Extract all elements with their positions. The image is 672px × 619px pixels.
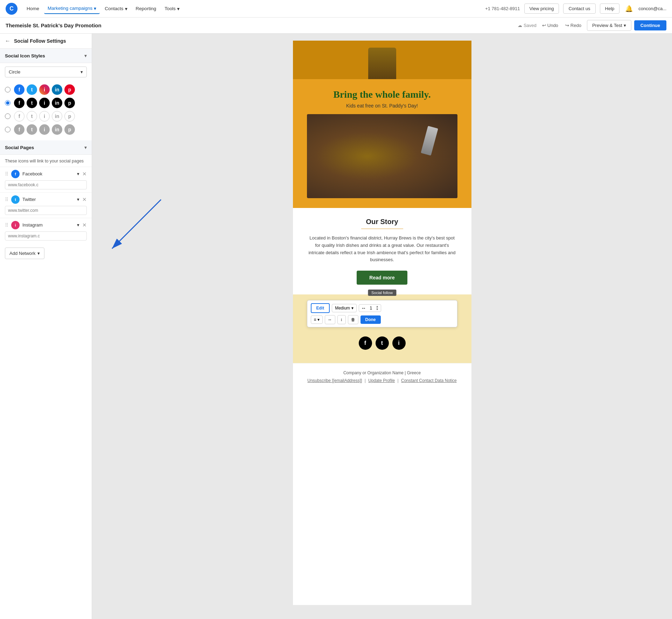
continue-button[interactable]: Continue: [634, 20, 666, 30]
icon-style-row-outline: f t i in p: [5, 111, 87, 121]
twitter-url-input[interactable]: [5, 206, 87, 215]
notifications-icon[interactable]: 🔔: [624, 4, 634, 14]
social-follow-section: Social follow Edit Medium ▾ ↔ 1 ▲: [293, 294, 471, 363]
twitter-black-icon[interactable]: t: [27, 98, 37, 108]
align-button[interactable]: ≡ ▾: [311, 315, 323, 324]
social-pages-section-header[interactable]: Social Pages ▾: [0, 140, 92, 155]
facebook-grey-icon[interactable]: f: [14, 124, 24, 135]
food-bowl-decoration: [307, 114, 457, 198]
chevron-down-icon: ▾: [84, 53, 87, 58]
icon-style-row-grey: f t i in p: [5, 124, 87, 135]
delete-button[interactable]: 🗑: [348, 315, 358, 324]
cloud-icon: ☁: [518, 23, 522, 28]
social-icons-display: f t i: [307, 333, 457, 353]
twitter-color-icon[interactable]: t: [27, 84, 37, 95]
pinterest-color-icon[interactable]: p: [64, 84, 75, 95]
icon-style-radio-grey[interactable]: [5, 127, 10, 132]
data-notice-link[interactable]: Constant Contact Data Notice: [401, 378, 457, 383]
twitter-grey-icon[interactable]: t: [27, 124, 37, 135]
instagram-outline-icon[interactable]: i: [39, 111, 50, 121]
nav-item-tools[interactable]: Tools ▾: [161, 4, 183, 14]
instagram-grey-icon[interactable]: i: [39, 124, 50, 135]
unsubscribe-link[interactable]: Unsubscribe [[emailAddress]]: [307, 378, 362, 383]
section-title-social-pages: Social Pages: [5, 145, 34, 150]
spacing-decrement-button[interactable]: ▼: [376, 308, 379, 311]
nav-item-home[interactable]: Home: [23, 4, 43, 13]
icon-style-radio-outline[interactable]: [5, 113, 10, 119]
pinterest-grey-icon[interactable]: p: [64, 124, 75, 135]
drag-handle-instagram[interactable]: ⠿: [5, 222, 8, 228]
view-pricing-button[interactable]: View pricing: [524, 4, 559, 14]
nav-item-reporting[interactable]: Reporting: [132, 4, 160, 13]
icon-style-radio-black[interactable]: [5, 100, 10, 106]
social-follow-label: Social follow: [368, 290, 396, 296]
drag-handle-twitter[interactable]: ⠿: [5, 197, 8, 202]
instagram-url-input[interactable]: [5, 231, 87, 241]
social-icon-styles-section[interactable]: Social Icon Styles ▾: [0, 49, 92, 63]
instagram-dropdown[interactable]: Instagram ▾: [22, 222, 79, 228]
redo-button[interactable]: ↪ Redo: [562, 21, 584, 29]
icon-style-radio-color[interactable]: [5, 87, 10, 92]
network-item-facebook: ⠿ f Facebook ▾ ✕: [0, 167, 92, 192]
separator: |: [398, 378, 400, 383]
user-email[interactable]: concon@ca...: [638, 6, 666, 11]
remove-twitter-button[interactable]: ✕: [82, 196, 87, 203]
nav-item-contacts[interactable]: Contacts ▾: [101, 4, 131, 14]
food-image: [307, 114, 457, 198]
content-area: Bring the whole family. Kids eat free on…: [92, 34, 672, 619]
back-button[interactable]: ←: [5, 38, 10, 44]
instagram-color-icon[interactable]: i: [39, 84, 50, 95]
linkedin-color-icon[interactable]: in: [52, 84, 62, 95]
icon-style-options: f t i in p f t i in p: [0, 81, 92, 140]
facebook-black-icon[interactable]: f: [14, 98, 24, 108]
contact-us-button[interactable]: Contact us: [563, 4, 595, 14]
color-icon-set: f t i in p: [14, 84, 75, 95]
remove-instagram-button[interactable]: ✕: [82, 222, 87, 228]
linkedin-black-icon[interactable]: in: [52, 98, 62, 108]
help-button[interactable]: Help: [600, 4, 620, 14]
twitter-label: Twitter: [22, 197, 36, 202]
story-divider: [361, 229, 403, 229]
svg-text:C: C: [9, 6, 14, 12]
size-select[interactable]: Medium ▾: [332, 304, 357, 312]
social-pages-content: These icons will link to your social pag…: [0, 155, 92, 259]
icon-style-dropdown[interactable]: Circle ▾: [5, 67, 87, 77]
add-network-button[interactable]: Add Network ▾: [5, 248, 44, 259]
email-canvas: Bring the whole family. Kids eat free on…: [293, 41, 471, 605]
remove-facebook-button[interactable]: ✕: [82, 171, 87, 177]
edit-button[interactable]: Edit: [311, 303, 330, 313]
facebook-display-icon[interactable]: f: [359, 336, 372, 350]
chevron-down-icon: ▾: [77, 171, 79, 176]
twitter-outline-icon[interactable]: t: [27, 111, 37, 121]
update-profile-link[interactable]: Update Profile: [368, 378, 395, 383]
pinterest-outline-icon[interactable]: p: [64, 111, 75, 121]
facebook-outline-icon[interactable]: f: [14, 111, 24, 121]
read-more-button[interactable]: Read more: [357, 271, 407, 285]
hero-heading: Bring the whole family.: [307, 89, 457, 100]
pinterest-black-icon[interactable]: p: [64, 98, 75, 108]
footer-company: Company or Organization Name | Greece: [307, 370, 457, 375]
instagram-display-icon[interactable]: i: [392, 336, 406, 350]
glass-decoration: [368, 48, 396, 79]
drag-handle-facebook[interactable]: ⠿: [5, 171, 8, 177]
resize-icon-button[interactable]: ↔: [325, 315, 335, 324]
logo[interactable]: C: [6, 3, 18, 15]
twitter-display-icon[interactable]: t: [376, 336, 389, 350]
undo-button[interactable]: ↩ Undo: [539, 21, 561, 29]
phone-number: +1 781-482-8911: [485, 6, 520, 11]
preview-test-button[interactable]: Preview & Test ▾: [587, 20, 631, 31]
linkedin-grey-icon[interactable]: in: [52, 124, 62, 135]
facebook-dropdown[interactable]: Facebook ▾: [22, 171, 79, 176]
linkedin-outline-icon[interactable]: in: [52, 111, 62, 121]
editor-toolbar-bar: Themeisle St. Patrick's Day Promotion ☁ …: [0, 18, 672, 34]
twitter-dropdown[interactable]: Twitter ▾: [22, 197, 79, 202]
done-button[interactable]: Done: [360, 315, 381, 324]
nav-item-marketing[interactable]: Marketing campaigns ▾: [44, 4, 100, 14]
instagram-black-icon[interactable]: i: [39, 98, 50, 108]
redo-icon: ↪: [565, 23, 569, 28]
facebook-url-input[interactable]: [5, 180, 87, 189]
icon-style-row-black: f t i in p: [5, 98, 87, 108]
resize-vertical-button[interactable]: ↕: [337, 315, 346, 324]
bar-actions: ☁ Saved ↩ Undo ↪ Redo Preview & Test ▾ C…: [518, 20, 666, 31]
facebook-color-icon[interactable]: f: [14, 84, 24, 95]
